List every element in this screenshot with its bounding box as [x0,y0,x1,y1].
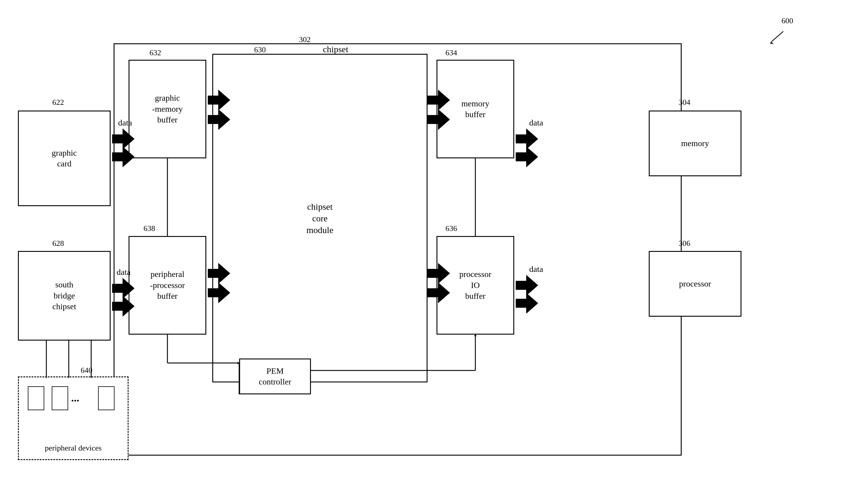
processor-io-buffer-box: processorIObuffer [437,236,514,335]
peripheral-device-2 [52,386,68,410]
peripheral-processor-buffer-box: peripheral-processorbuffer [128,236,206,335]
peripheral-devices-box: ··· peripheral devices [18,376,128,460]
graphic-card-ref: 622 [52,98,64,107]
south-bridge-box: southbridgechipset [18,251,111,341]
peripheral-device-1 [28,386,44,410]
chipset-ref: 302 [299,35,311,44]
ref-600-arrow [771,31,783,42]
dots: ··· [71,394,79,408]
pem-controller-box: PEMcontroller [239,359,311,394]
memory-buffer-box: memorybuffer [437,60,514,158]
svg-marker-8 [770,42,774,44]
peripheral-device-3 [98,386,115,410]
processor-io-buffer-label: processorIObuffer [459,269,491,302]
chipset-core-label: chipsetcoremodule [306,201,333,236]
processor-label: processor [679,278,711,289]
graphic-card-label: graphiccard [52,148,77,169]
peripheral-devices-ref: 640 [81,366,92,375]
memory-label: memory [681,138,709,149]
peripheral-devices-label: peripheral devices [19,443,128,453]
peripheral-processor-buffer-label: peripheral-processorbuffer [150,269,185,302]
memory-buffer-label: memorybuffer [461,98,489,120]
graphic-card-box: graphiccard [18,110,111,206]
south-bridge-label: southbridgechipset [52,279,76,312]
graphic-memory-buffer-box: graphic-memorybuffer [128,60,206,158]
graphic-memory-buffer-label: graphic-memorybuffer [152,93,183,125]
ref-600: 600 [782,16,793,25]
south-bridge-ref: 628 [52,239,64,248]
memory-box: memory [649,110,741,176]
pem-controller-label: PEMcontroller [259,366,292,388]
chipset-core-box: chipsetcoremodule [212,54,427,382]
processor-box: processor [649,251,741,317]
diagram: 600 chipset 302 chipsetcoremodule 630 gr… [0,0,841,504]
